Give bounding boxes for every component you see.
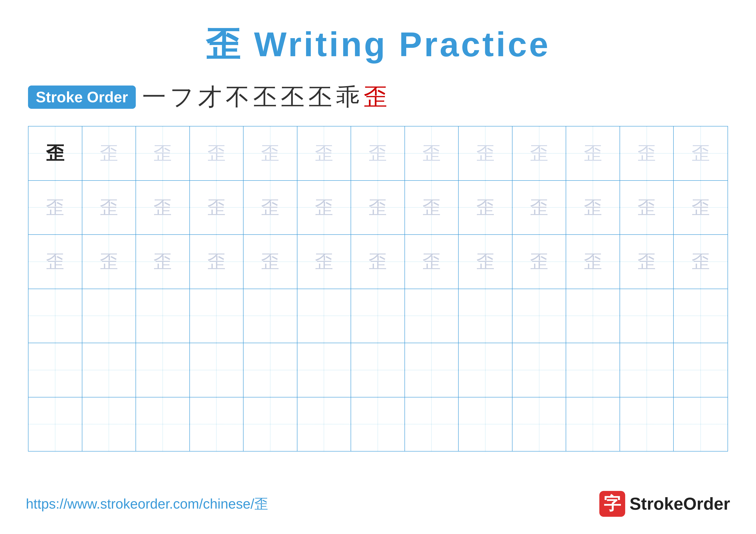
grid-cell-0-5[interactable]: 歪 bbox=[297, 126, 351, 180]
cell-char-1-5: 歪 bbox=[315, 198, 333, 217]
grid-cell-3-7[interactable] bbox=[405, 289, 459, 343]
grid-cell-0-12[interactable]: 歪 bbox=[674, 126, 728, 180]
grid-cell-4-12[interactable] bbox=[674, 343, 728, 397]
grid-cell-0-1[interactable]: 歪 bbox=[82, 126, 136, 180]
grid-cell-4-6[interactable] bbox=[351, 343, 405, 397]
grid-cell-4-2[interactable] bbox=[136, 343, 190, 397]
grid-cell-4-9[interactable] bbox=[512, 343, 566, 397]
grid-cell-5-8[interactable] bbox=[459, 397, 512, 451]
cell-char-2-11: 歪 bbox=[637, 252, 656, 271]
grid-cell-3-10[interactable] bbox=[566, 289, 620, 343]
grid-cell-3-9[interactable] bbox=[512, 289, 566, 343]
grid-cell-2-0[interactable]: 歪 bbox=[28, 235, 82, 289]
grid-cell-3-4[interactable] bbox=[244, 289, 297, 343]
grid-cell-1-9[interactable]: 歪 bbox=[512, 181, 566, 235]
grid-cell-4-0[interactable] bbox=[28, 343, 82, 397]
grid-cell-4-3[interactable] bbox=[190, 343, 244, 397]
grid-cell-0-8[interactable]: 歪 bbox=[459, 126, 512, 180]
grid-cell-1-7[interactable]: 歪 bbox=[405, 181, 459, 235]
grid-cell-0-11[interactable]: 歪 bbox=[620, 126, 674, 180]
grid-cell-5-2[interactable] bbox=[136, 397, 190, 451]
grid-cell-0-9[interactable]: 歪 bbox=[512, 126, 566, 180]
grid-row-0: 歪歪歪歪歪歪歪歪歪歪歪歪歪 bbox=[28, 126, 728, 181]
grid-cell-0-7[interactable]: 歪 bbox=[405, 126, 459, 180]
grid-cell-3-5[interactable] bbox=[297, 289, 351, 343]
grid-cell-2-7[interactable]: 歪 bbox=[405, 235, 459, 289]
grid-cell-0-2[interactable]: 歪 bbox=[136, 126, 190, 180]
grid-row-2: 歪歪歪歪歪歪歪歪歪歪歪歪歪 bbox=[28, 235, 728, 289]
grid-cell-4-8[interactable] bbox=[459, 343, 512, 397]
footer-logo: 字 StrokeOrder bbox=[599, 491, 730, 517]
grid-cell-0-6[interactable]: 歪 bbox=[351, 126, 405, 180]
grid-cell-1-0[interactable]: 歪 bbox=[28, 181, 82, 235]
grid-row-1: 歪歪歪歪歪歪歪歪歪歪歪歪歪 bbox=[28, 181, 728, 235]
grid-cell-3-0[interactable] bbox=[28, 289, 82, 343]
grid-cell-5-9[interactable] bbox=[512, 397, 566, 451]
grid-cell-2-5[interactable]: 歪 bbox=[297, 235, 351, 289]
grid-cell-5-5[interactable] bbox=[297, 397, 351, 451]
cell-char-0-9: 歪 bbox=[530, 144, 548, 163]
grid-cell-5-1[interactable] bbox=[82, 397, 136, 451]
grid-cell-2-12[interactable]: 歪 bbox=[674, 235, 728, 289]
cell-char-0-6: 歪 bbox=[368, 144, 387, 163]
grid-cell-1-8[interactable]: 歪 bbox=[459, 181, 512, 235]
grid-cell-0-4[interactable]: 歪 bbox=[244, 126, 297, 180]
grid-cell-2-2[interactable]: 歪 bbox=[136, 235, 190, 289]
grid-cell-3-2[interactable] bbox=[136, 289, 190, 343]
cell-char-1-11: 歪 bbox=[637, 198, 656, 217]
cell-char-1-6: 歪 bbox=[368, 198, 387, 217]
grid-cell-1-10[interactable]: 歪 bbox=[566, 181, 620, 235]
stroke-8: 乖 bbox=[336, 81, 360, 113]
grid-cell-3-1[interactable] bbox=[82, 289, 136, 343]
grid-cell-2-9[interactable]: 歪 bbox=[512, 235, 566, 289]
grid-cell-2-6[interactable]: 歪 bbox=[351, 235, 405, 289]
grid-cell-4-4[interactable] bbox=[244, 343, 297, 397]
footer-url[interactable]: https://www.strokeorder.com/chinese/歪 bbox=[26, 495, 268, 513]
grid-cell-1-2[interactable]: 歪 bbox=[136, 181, 190, 235]
grid-cell-5-3[interactable] bbox=[190, 397, 244, 451]
grid-cell-1-12[interactable]: 歪 bbox=[674, 181, 728, 235]
grid-cell-5-10[interactable] bbox=[566, 397, 620, 451]
stroke-3: 才 bbox=[198, 81, 222, 113]
grid-cell-5-12[interactable] bbox=[674, 397, 728, 451]
grid-cell-4-5[interactable] bbox=[297, 343, 351, 397]
grid-cell-1-1[interactable]: 歪 bbox=[82, 181, 136, 235]
grid-cell-5-0[interactable] bbox=[28, 397, 82, 451]
cell-char-1-1: 歪 bbox=[100, 198, 118, 217]
grid-cell-4-7[interactable] bbox=[405, 343, 459, 397]
grid-cell-5-6[interactable] bbox=[351, 397, 405, 451]
grid-cell-1-4[interactable]: 歪 bbox=[244, 181, 297, 235]
grid-cell-3-3[interactable] bbox=[190, 289, 244, 343]
grid-cell-2-8[interactable]: 歪 bbox=[459, 235, 512, 289]
stroke-2: フ bbox=[170, 81, 194, 113]
grid-cell-3-6[interactable] bbox=[351, 289, 405, 343]
grid-cell-3-11[interactable] bbox=[620, 289, 674, 343]
cell-char-1-4: 歪 bbox=[261, 198, 279, 217]
cell-char-1-0: 歪 bbox=[46, 198, 64, 217]
grid-cell-2-1[interactable]: 歪 bbox=[82, 235, 136, 289]
grid-cell-2-10[interactable]: 歪 bbox=[566, 235, 620, 289]
grid-cell-3-8[interactable] bbox=[459, 289, 512, 343]
cell-char-0-12: 歪 bbox=[691, 144, 710, 163]
cell-char-2-0: 歪 bbox=[46, 252, 64, 271]
grid-cell-5-7[interactable] bbox=[405, 397, 459, 451]
grid-cell-5-11[interactable] bbox=[620, 397, 674, 451]
grid-cell-1-3[interactable]: 歪 bbox=[190, 181, 244, 235]
grid-cell-4-1[interactable] bbox=[82, 343, 136, 397]
grid-cell-2-11[interactable]: 歪 bbox=[620, 235, 674, 289]
grid-cell-1-6[interactable]: 歪 bbox=[351, 181, 405, 235]
grid-cell-2-3[interactable]: 歪 bbox=[190, 235, 244, 289]
grid-cell-1-11[interactable]: 歪 bbox=[620, 181, 674, 235]
cell-char-2-12: 歪 bbox=[691, 252, 710, 271]
grid-cell-4-11[interactable] bbox=[620, 343, 674, 397]
grid-cell-0-3[interactable]: 歪 bbox=[190, 126, 244, 180]
grid-cell-0-0[interactable]: 歪 bbox=[28, 126, 82, 180]
grid-cell-1-5[interactable]: 歪 bbox=[297, 181, 351, 235]
grid-cell-4-10[interactable] bbox=[566, 343, 620, 397]
cell-char-2-8: 歪 bbox=[476, 252, 495, 271]
grid-cell-5-4[interactable] bbox=[244, 397, 297, 451]
grid-cell-3-12[interactable] bbox=[674, 289, 728, 343]
grid-cell-0-10[interactable]: 歪 bbox=[566, 126, 620, 180]
grid-cell-2-4[interactable]: 歪 bbox=[244, 235, 297, 289]
logo-icon: 字 bbox=[599, 491, 625, 517]
